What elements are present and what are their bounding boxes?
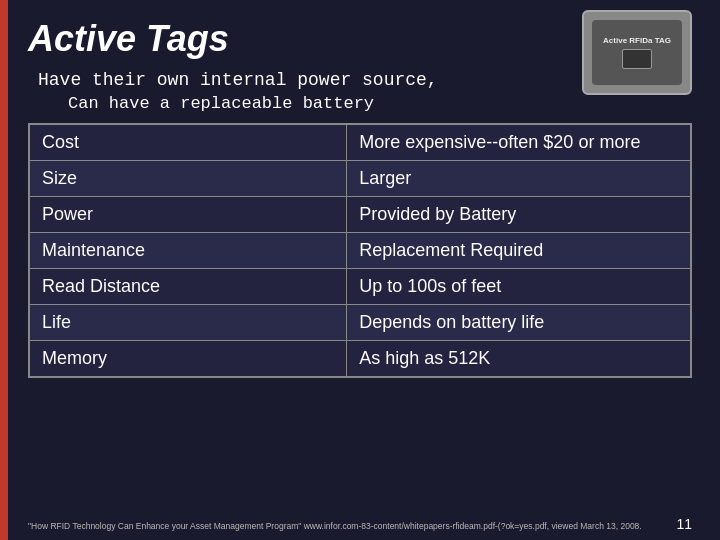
rfid-chip: [622, 49, 652, 69]
table-row: SizeLarger: [30, 161, 691, 197]
footer: "How RFID Technology Can Enhance your As…: [28, 516, 692, 532]
rfid-tag-label: Active RFIDa TAG: [603, 36, 671, 45]
table-row: LifeDepends on battery life: [30, 305, 691, 341]
table-cell-value: As high as 512K: [347, 341, 691, 377]
table-row: MemoryAs high as 512K: [30, 341, 691, 377]
table-cell-value: Provided by Battery: [347, 197, 691, 233]
comparison-table: CostMore expensive--often $20 or moreSiz…: [28, 123, 692, 378]
left-accent-bar: [0, 0, 8, 540]
table-row: MaintenanceReplacement Required: [30, 233, 691, 269]
table-cell-label: Memory: [30, 341, 347, 377]
sub-subtitle-line: Can have a replaceable battery: [68, 94, 692, 113]
table-cell-label: Power: [30, 197, 347, 233]
table-cell-label: Maintenance: [30, 233, 347, 269]
table-cell-value: Larger: [347, 161, 691, 197]
slide: Active RFIDa TAG Active Tags Have their …: [0, 0, 720, 540]
table-cell-value: Up to 100s of feet: [347, 269, 691, 305]
footer-citation: "How RFID Technology Can Enhance your As…: [28, 521, 642, 532]
table-row: CostMore expensive--often $20 or more: [30, 125, 691, 161]
page-number: 11: [668, 516, 692, 532]
rfid-tag-image: Active RFIDa TAG: [582, 10, 692, 95]
table-cell-label: Life: [30, 305, 347, 341]
table-cell-value: More expensive--often $20 or more: [347, 125, 691, 161]
table-row: PowerProvided by Battery: [30, 197, 691, 233]
table-cell-value: Replacement Required: [347, 233, 691, 269]
table-cell-value: Depends on battery life: [347, 305, 691, 341]
table-cell-label: Cost: [30, 125, 347, 161]
table: CostMore expensive--often $20 or moreSiz…: [29, 124, 691, 377]
table-cell-label: Size: [30, 161, 347, 197]
table-row: Read DistanceUp to 100s of feet: [30, 269, 691, 305]
table-cell-label: Read Distance: [30, 269, 347, 305]
